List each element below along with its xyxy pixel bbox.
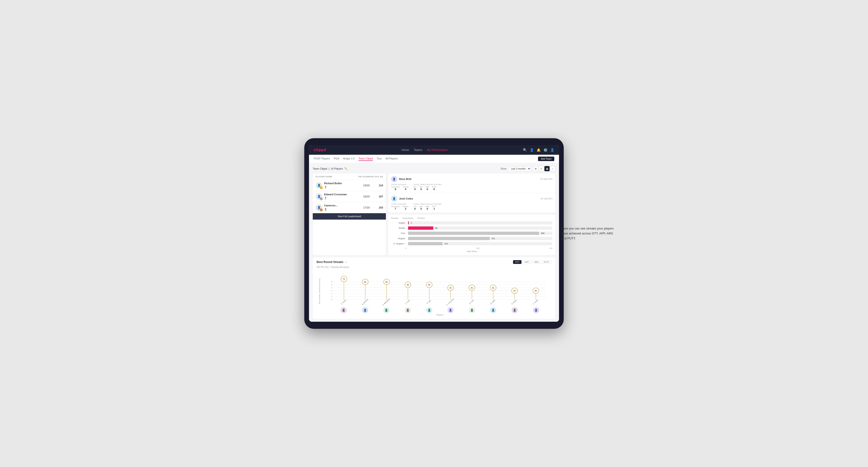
edit-icon[interactable]: ✏️ (344, 167, 348, 170)
pc-stats: Total Rounds Tournament 7 Practice (391, 203, 552, 210)
svg-text:1: 1 (331, 296, 332, 298)
putt-val: 1 (434, 207, 435, 210)
filter-app[interactable]: APP (522, 260, 531, 264)
putt-label: PUTT (432, 206, 436, 207)
activities-label: Total Practice Activities (413, 184, 441, 186)
annotation-text: Here you can see streaks your players ha… (561, 226, 618, 241)
players-label: Players (328, 314, 552, 316)
tournament-stat: Tournament 8 (391, 186, 400, 191)
app-val: 0 (420, 188, 422, 191)
player-score: 19/20 (361, 184, 372, 187)
streaks-title-text: Best Round Streaks (316, 260, 343, 264)
tab-team-clippd[interactable]: Team Clippd (359, 157, 373, 161)
avatar-icon[interactable]: 👤 (550, 148, 554, 152)
bar-row: Birdies 96 (391, 226, 552, 230)
svg-text:C. Quick: C. Quick (532, 299, 538, 305)
streaks-title: Best Round Streaks ← (316, 260, 348, 264)
player-name-col: Edward Crossman 🥈 (324, 193, 359, 200)
player-mini-avatar: 👤 (426, 307, 432, 313)
player-col: 👤 (529, 307, 543, 313)
ott-label: OTT (413, 186, 416, 188)
player-col: 👤 (401, 307, 415, 313)
player-col: 👤 (358, 307, 372, 313)
player-col: 👤 (337, 307, 351, 313)
tab-pgat-players[interactable]: PGAT Players (314, 157, 330, 161)
svg-text:4: 4 (331, 287, 332, 289)
player-col: 👤 (443, 307, 458, 313)
player-col: 👤 (507, 307, 522, 313)
player-mini-avatar: 👤 (362, 307, 368, 313)
chart-label-tournament: Tournament (402, 217, 413, 219)
player-mini-avatar: 👤 (469, 307, 475, 313)
pc-card-header: 👤 Rees Britt 02 Sep 2023 (391, 176, 552, 182)
svg-text:R. Butler: R. Butler (511, 299, 517, 305)
avatar: 👤 2 (316, 193, 322, 200)
tab-hcaps[interactable]: Hcaps 1-5 (343, 157, 355, 161)
ott-stat: OTT 0 (413, 206, 416, 210)
arg-label: ARG (426, 186, 429, 188)
tab-tour[interactable]: Tour (377, 157, 382, 161)
tab-pga[interactable]: PGA (334, 157, 339, 161)
player-mini-avatar: 👤 (512, 307, 518, 313)
lollipop-svg: 01234567xE. Ewert6xB. McHerg6xD. Billing… (328, 271, 552, 304)
chart-x-axis: 0 200 400 (405, 247, 552, 249)
add-team-button[interactable]: Add Team (538, 157, 554, 161)
chart-area: Eagles 3 Birdies 96 Pars 499 Bogeys 311 (391, 221, 552, 246)
filter-ott[interactable]: OTT (513, 260, 522, 264)
svg-text:D. Billingham: D. Billingham (382, 298, 390, 306)
svg-text:3x: 3x (535, 290, 537, 292)
x-label-200: 200 (476, 247, 479, 249)
team-header: Team Clippd | 14 Players ✏️ Show Last 3 … (313, 166, 555, 171)
filter-putt[interactable]: PUTT (542, 260, 552, 264)
pc-date: 02 Sep 2023 (540, 178, 552, 180)
arg-val: 0 (427, 207, 428, 210)
logo: clippd (314, 148, 326, 152)
tournament-label: Tournament (391, 186, 400, 188)
player-name-col: Cameron... 🥉 (324, 204, 359, 211)
player-row: 👤 1 Richard Butler 🏅 19/20 110 (313, 180, 386, 191)
svg-text:3x: 3x (514, 290, 516, 292)
pc-avatar: 👤 (391, 176, 397, 182)
tab-all-players[interactable]: All Players (385, 157, 398, 161)
arg-label: ARG (426, 206, 429, 207)
svg-text:0: 0 (331, 299, 332, 301)
medal-icon: 🏅 (324, 186, 327, 188)
period-select[interactable]: Last 3 months (508, 166, 531, 171)
nav-teams[interactable]: Teams (414, 148, 422, 152)
leaderboard-panel: PLAYER NAME PB SCORE PB AVG SQ 👤 1 Richa… (313, 174, 386, 255)
grid-icon[interactable]: ⊞ (533, 166, 538, 171)
svg-text:B. McHerg: B. McHerg (361, 299, 368, 305)
player-name: Cameron... (324, 204, 359, 207)
svg-text:E. Crossman: E. Crossman (446, 298, 455, 306)
bar-chart-panel: Rounds Tournament Practice Eagles 3 Bird… (388, 215, 555, 255)
putt-stat: PUTT 0 (432, 186, 436, 191)
svg-text:5x: 5x (407, 284, 409, 286)
view-leaderboard-button[interactable]: View Full Leaderboard (313, 213, 386, 220)
list-icon[interactable]: ≡ (539, 166, 544, 171)
nav-my-performance[interactable]: My Performance (427, 148, 448, 152)
chart-label-practice: Practice (417, 217, 425, 219)
filter-arg[interactable]: ARG (532, 260, 541, 264)
activities-row: OTT 0 APP 0 ARG (413, 206, 441, 210)
y-axis-label: Best Streak, Fairway Accuracy (318, 278, 320, 304)
putt-label: PUTT (432, 186, 436, 188)
putt-stat: PUTT 1 (432, 206, 436, 210)
settings-icon[interactable]: ⚙️ (544, 148, 548, 152)
player-mini-avatar: 👤 (447, 307, 454, 313)
player-col: 👤 (379, 307, 394, 313)
user-icon[interactable]: 👤 (530, 148, 534, 152)
tablet-screen: clippd Home Teams My Performance 🔍 👤 🔔 ⚙… (309, 145, 559, 322)
bell-icon[interactable]: 🔔 (536, 148, 540, 152)
app-stat: APP 0 (420, 186, 423, 191)
card-icon[interactable]: ▦ (545, 166, 550, 171)
search-icon[interactable]: 🔍 (523, 148, 527, 152)
svg-text:D. Ford: D. Ford (469, 300, 474, 305)
nav-links: Home Teams My Performance (401, 148, 447, 152)
player-col: 👤 (486, 307, 500, 313)
player-score: 17/20 (361, 206, 372, 209)
activities-label: Total Practice Activities (413, 203, 441, 205)
table-icon[interactable]: ↕ (550, 166, 555, 171)
svg-text:7x: 7x (343, 278, 345, 280)
nav-home[interactable]: Home (401, 148, 409, 152)
tournament-val: 8 (395, 188, 396, 191)
